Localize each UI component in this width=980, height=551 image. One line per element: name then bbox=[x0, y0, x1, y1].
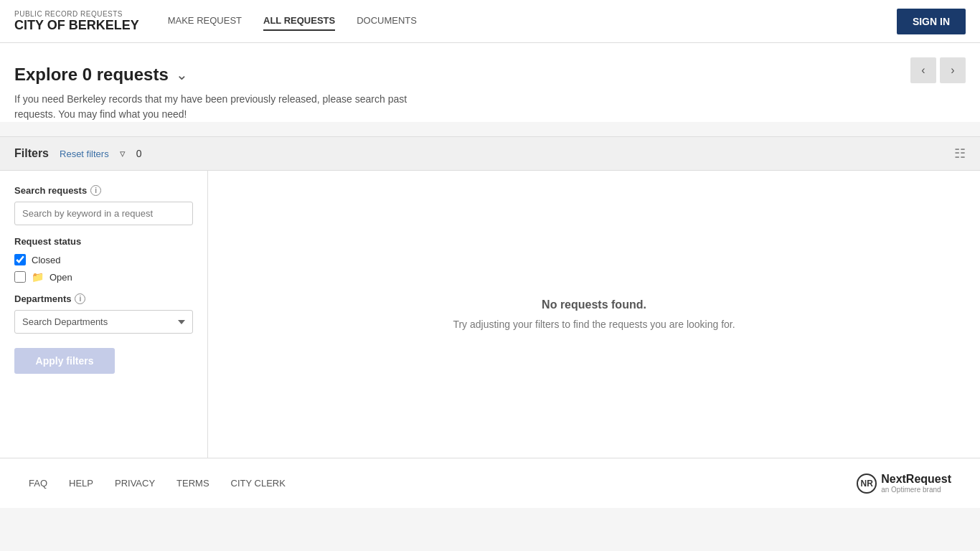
city-name: CITY OF BERKELEY bbox=[14, 18, 139, 33]
filter-icon: ▿ bbox=[120, 147, 126, 160]
departments-info-icon[interactable]: i bbox=[75, 293, 85, 304]
top-section: Explore 0 requests ⌄ If you need Berkele… bbox=[0, 43, 980, 122]
nav-documents[interactable]: DOCUMENTS bbox=[357, 11, 417, 31]
results-area: No requests found. Try adjusting your fi… bbox=[208, 171, 980, 458]
closed-checkbox-row: Closed bbox=[14, 254, 193, 265]
brand-name: NextRequest bbox=[881, 473, 951, 486]
filters-bar: Filters Reset filters ▿ 0 ☷ bbox=[0, 136, 980, 171]
prev-page-button[interactable]: ‹ bbox=[910, 57, 936, 83]
next-request-logo-icon: NR bbox=[857, 474, 877, 494]
footer-help-link[interactable]: HELP bbox=[69, 478, 93, 489]
header: PUBLIC RECORD REQUESTS CITY OF BERKELEY … bbox=[0, 0, 980, 43]
departments-select-wrapper: Search Departments bbox=[14, 310, 193, 334]
footer-brand: NR NextRequest an Optimere brand bbox=[857, 473, 951, 494]
explore-header: Explore 0 requests ⌄ bbox=[14, 65, 966, 85]
explore-title: Explore 0 requests bbox=[14, 65, 169, 85]
public-record-label: PUBLIC RECORD REQUESTS bbox=[14, 10, 139, 18]
next-page-button[interactable]: › bbox=[940, 57, 966, 83]
footer-faq-link[interactable]: FAQ bbox=[29, 478, 47, 489]
closed-label[interactable]: Closed bbox=[32, 255, 60, 265]
apply-filters-button[interactable]: Apply filters bbox=[14, 348, 115, 374]
sign-in-button[interactable]: SIGN IN bbox=[897, 9, 966, 34]
folder-icon: 📁 bbox=[32, 271, 44, 283]
filters-label: Filters bbox=[14, 147, 49, 160]
content-area: Search requests i Request status Closed … bbox=[0, 171, 980, 458]
chevron-down-icon[interactable]: ⌄ bbox=[176, 66, 188, 83]
footer-privacy-link[interactable]: PRIVACY bbox=[115, 478, 155, 489]
open-label[interactable]: Open bbox=[50, 272, 72, 283]
main-nav: MAKE REQUEST ALL REQUESTS DOCUMENTS bbox=[168, 11, 417, 31]
filter-count: 0 bbox=[136, 148, 142, 159]
search-input[interactable] bbox=[14, 202, 193, 225]
search-requests-label: Search requests i bbox=[14, 185, 193, 196]
open-checkbox[interactable] bbox=[14, 271, 26, 283]
nav-make-request[interactable]: MAKE REQUEST bbox=[168, 11, 242, 31]
search-info-icon[interactable]: i bbox=[90, 185, 101, 196]
grid-view-icon[interactable]: ☷ bbox=[954, 146, 966, 161]
departments-select[interactable]: Search Departments bbox=[14, 310, 193, 334]
brand-sub: an Optimere brand bbox=[881, 486, 941, 494]
closed-checkbox[interactable] bbox=[14, 254, 26, 265]
footer-terms-link[interactable]: TERMS bbox=[176, 478, 209, 489]
footer-city-clerk-link[interactable]: CITY CLERK bbox=[231, 478, 286, 489]
nav-all-requests[interactable]: ALL REQUESTS bbox=[263, 11, 335, 31]
explore-subtitle: If you need Berkeley records that my hav… bbox=[14, 92, 445, 122]
pagination-nav: ‹ › bbox=[910, 57, 966, 83]
sidebar: Search requests i Request status Closed … bbox=[0, 171, 208, 458]
no-results-title: No requests found. bbox=[542, 298, 646, 311]
brand: PUBLIC RECORD REQUESTS CITY OF BERKELEY bbox=[14, 10, 139, 33]
footer-brand-text: NextRequest an Optimere brand bbox=[881, 473, 951, 494]
open-checkbox-row: 📁 Open bbox=[14, 271, 193, 283]
request-status-label: Request status bbox=[14, 236, 193, 247]
footer: FAQ HELP PRIVACY TERMS CITY CLERK NR Nex… bbox=[0, 458, 980, 508]
reset-filters-link[interactable]: Reset filters bbox=[60, 149, 109, 159]
departments-label: Departments i bbox=[14, 293, 193, 304]
no-results-subtitle: Try adjusting your filters to find the r… bbox=[453, 319, 735, 330]
